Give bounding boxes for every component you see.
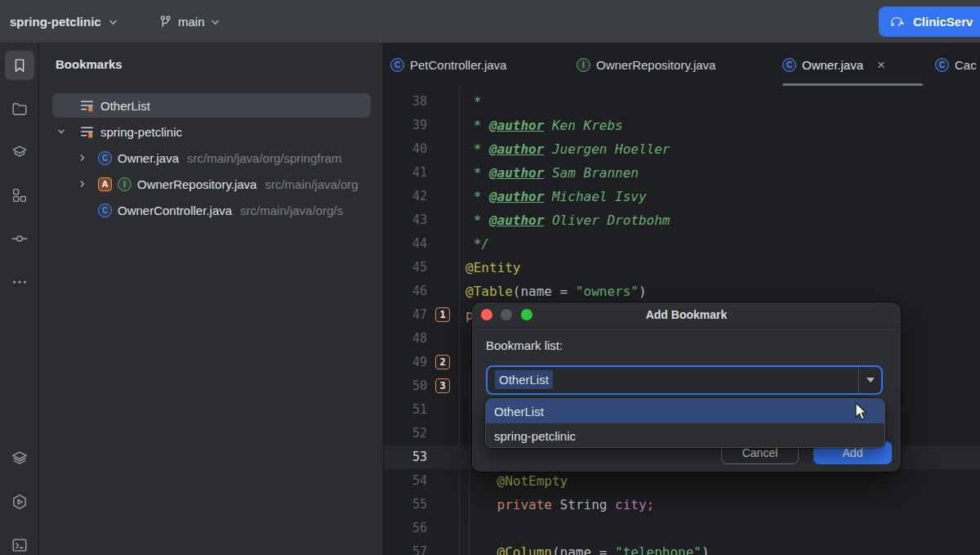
chevron-right-icon[interactable] — [78, 153, 87, 163]
bookmark-row-content: spring-petclinic — [79, 119, 182, 145]
editor-tab-cac[interactable]: CCac — [935, 43, 977, 86]
run-configuration-button[interactable]: ClinicServ — [879, 7, 980, 37]
dropdown-item-otherlist[interactable]: OtherList — [486, 399, 884, 423]
editor-tab-ownerrepository-java[interactable]: IOwnerRepository.java — [577, 43, 715, 86]
bookmark-row-content: COwnerController.javasrc/main/java/org/s — [98, 197, 343, 223]
ide-window: spring-petclinic main ClinicServ Bookmar… — [0, 0, 980, 555]
line-number: 47 — [384, 303, 427, 327]
dialog-title-separator — [472, 327, 901, 328]
code-line-38: 38 * — [384, 90, 980, 114]
code-line-41: 41 * @author Sam Brannen — [384, 161, 980, 185]
bookmark-icon — [11, 56, 29, 74]
bookmark-mnemonic-badge[interactable]: 2 — [435, 355, 450, 369]
layers-toolwindow-button[interactable] — [5, 444, 34, 473]
more-toolwindow-button[interactable] — [5, 267, 34, 297]
tab-label: OwnerRepository.java — [596, 58, 715, 72]
code-text: * @author Michael Isvy — [466, 185, 647, 208]
bookmark-mnemonic-badge[interactable]: 1 — [435, 307, 450, 322]
code-line-56: 56 — [384, 517, 980, 540]
code-text: * @author Oliver Drotbohm — [466, 208, 670, 232]
code-text: @Column(name = "telephone") — [466, 540, 710, 555]
chevron-down-icon — [211, 19, 220, 25]
bookmark-tree-row[interactable]: COwnerController.javasrc/main/java/org/s — [39, 197, 384, 223]
combobox-dropdown: OtherListspring-petclinic — [485, 398, 885, 448]
bookmark-tree-row[interactable]: OtherList — [39, 92, 384, 119]
layers-icon — [11, 450, 29, 468]
combobox-arrow-button[interactable] — [858, 367, 881, 393]
services-toolwindow-button[interactable] — [5, 487, 34, 517]
bookmark-row-content: COwner.javasrc/main/java/org/springfram — [98, 145, 341, 171]
structure-toolwindow-button[interactable] — [5, 181, 34, 210]
main-toolbar: spring-petclinic main ClinicServ — [0, 0, 980, 43]
bookmark-tree-row[interactable]: AIOwnerRepository.javasrc/main/java/org — [39, 171, 384, 197]
bookmark-list-icon — [79, 98, 95, 114]
terminal-toolwindow-button[interactable] — [5, 530, 34, 555]
code-line-43: 43 * @author Oliver Drotbohm — [384, 208, 980, 232]
commit-icon — [11, 230, 29, 248]
dropdown-item-spring-petclinic[interactable]: spring-petclinic — [486, 423, 884, 448]
bookmark-list-label: Bookmark list: — [486, 338, 563, 352]
line-number: 45 — [384, 256, 427, 280]
code-line-44: 44 */ — [384, 232, 980, 256]
run-configuration-label: ClinicServ — [913, 15, 973, 29]
bookmark-file-path: src/main/java/org — [265, 177, 358, 191]
branch-selector[interactable]: main — [158, 0, 220, 43]
bookmarks-tree: OtherListspring-petclinicCOwner.javasrc/… — [39, 92, 384, 223]
line-number: 48 — [384, 327, 427, 351]
class-icon: C — [390, 58, 404, 72]
tab-label: PetController.java — [410, 58, 506, 72]
bookmark-toolwindow-button[interactable] — [5, 51, 34, 80]
chevron-right-icon[interactable] — [78, 179, 87, 189]
folder-icon — [11, 100, 29, 118]
code-text: @NotEmpty — [466, 469, 568, 493]
bookmark-tree-row[interactable]: COwner.javasrc/main/java/org/springfram — [39, 145, 384, 171]
close-tab-icon[interactable]: × — [877, 58, 885, 72]
editor-tab-petcontroller-java[interactable]: CPetController.java — [390, 43, 506, 86]
project-selector[interactable]: spring-petclinic — [10, 0, 118, 43]
bookmark-list-combobox[interactable]: OtherList — [486, 365, 883, 395]
bookmark-list-icon — [79, 124, 95, 140]
bookmark-file-path: src/main/java/org/s — [240, 204, 343, 217]
code-text: * @author Ken Krebs — [466, 114, 623, 137]
commit-toolwindow-button[interactable] — [5, 224, 34, 253]
line-number: 44 — [384, 232, 427, 256]
line-number: 51 — [384, 398, 427, 422]
activity-bar-bottom — [0, 444, 39, 555]
code-line-54: 54 @NotEmpty — [384, 469, 980, 493]
combobox-value: OtherList — [495, 370, 553, 389]
line-number: 42 — [384, 185, 427, 208]
tab-label: Owner.java — [802, 58, 863, 72]
chevron-down-icon — [866, 378, 875, 383]
class-icon: C — [98, 151, 112, 165]
bookmarks-tool-window: Bookmarks OtherListspring-petclinicCOwne… — [39, 43, 384, 555]
more-icon — [11, 273, 29, 291]
code-text: private String city; — [466, 493, 654, 517]
line-number: 43 — [384, 208, 427, 232]
line-number: 41 — [384, 161, 427, 185]
bookmark-mnemonic-badge[interactable]: 3 — [435, 378, 450, 393]
mouse-cursor — [854, 402, 871, 422]
class-icon: C — [98, 204, 112, 217]
git-branch-icon — [158, 15, 172, 29]
bookmark-label: Owner.java — [118, 151, 179, 165]
chevron-down-icon[interactable] — [56, 127, 66, 137]
line-number: 39 — [384, 114, 427, 137]
folder-toolwindow-button[interactable] — [5, 94, 34, 123]
dialog-title: Add Bookmark — [472, 308, 901, 321]
bookmark-label: OwnerController.java — [118, 204, 232, 217]
bookmark-label: OwnerRepository.java — [137, 177, 256, 191]
activity-bar — [0, 43, 39, 555]
structure-icon — [11, 186, 29, 204]
editor-tab-bar: CPetController.javaIOwnerRepository.java… — [384, 43, 980, 86]
line-number: 57 — [384, 540, 427, 555]
tool-window-title: Bookmarks — [56, 57, 122, 71]
bookmark-tree-row[interactable]: spring-petclinic — [39, 119, 384, 145]
class-icon: C — [782, 58, 796, 72]
code-text: * — [466, 90, 481, 114]
package-toolwindow-button[interactable] — [5, 137, 34, 167]
code-line-46: 46@Table(name = "owners") — [384, 280, 980, 303]
line-number: 56 — [384, 517, 427, 540]
code-line-57: 57 @Column(name = "telephone") — [384, 540, 980, 555]
bookmark-row-content: OtherList — [79, 92, 150, 119]
editor-tab-owner-java[interactable]: COwner.java× — [782, 43, 885, 86]
